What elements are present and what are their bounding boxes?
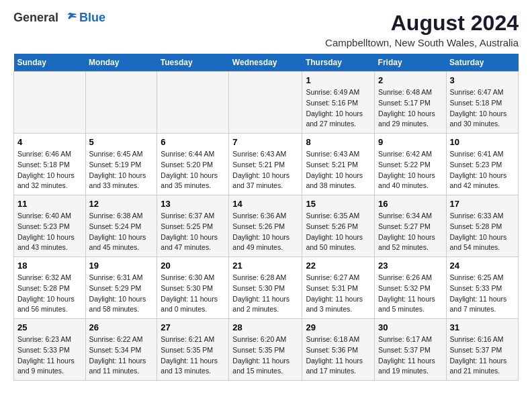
day-info: Sunrise: 6:41 AMSunset: 5:23 PMDaylight:… <box>450 149 515 191</box>
day-info: Sunrise: 6:18 AMSunset: 5:36 PMDaylight:… <box>306 334 371 377</box>
day-number: 10 <box>450 137 515 147</box>
calendar-cell: 25Sunrise: 6:23 AMSunset: 5:33 PMDayligh… <box>14 319 86 381</box>
day-info: Sunrise: 6:44 AMSunset: 5:20 PMDaylight:… <box>161 149 225 191</box>
day-info: Sunrise: 6:35 AMSunset: 5:26 PMDaylight:… <box>306 211 371 253</box>
day-number: 26 <box>89 322 154 332</box>
day-info: Sunrise: 6:34 AMSunset: 5:27 PMDaylight:… <box>378 211 442 253</box>
day-info: Sunrise: 6:32 AMSunset: 5:28 PMDaylight:… <box>17 273 82 315</box>
calendar-cell: 18Sunrise: 6:32 AMSunset: 5:28 PMDayligh… <box>14 257 86 319</box>
day-info: Sunrise: 6:22 AMSunset: 5:34 PMDaylight:… <box>89 334 154 377</box>
calendar-cell: 11Sunrise: 6:40 AMSunset: 5:23 PMDayligh… <box>14 195 86 257</box>
day-info: Sunrise: 6:47 AMSunset: 5:18 PMDaylight:… <box>450 87 515 130</box>
header-saturday: Saturday <box>446 54 519 72</box>
page-header: General Blue August 2024 Campbelltown, N… <box>13 11 519 48</box>
day-number: 6 <box>161 137 225 147</box>
day-number: 21 <box>232 261 298 271</box>
day-info: Sunrise: 6:17 AMSunset: 5:37 PMDaylight:… <box>378 334 442 377</box>
day-info: Sunrise: 6:31 AMSunset: 5:29 PMDaylight:… <box>89 273 154 315</box>
day-number: 12 <box>89 199 154 209</box>
day-number: 25 <box>17 322 82 332</box>
day-info: Sunrise: 6:16 AMSunset: 5:37 PMDaylight:… <box>450 334 515 377</box>
calendar-cell: 27Sunrise: 6:21 AMSunset: 5:35 PMDayligh… <box>157 319 229 381</box>
logo-line1: General <box>13 11 58 24</box>
header-wednesday: Wednesday <box>229 54 302 72</box>
day-number: 27 <box>161 322 225 332</box>
day-info: Sunrise: 6:27 AMSunset: 5:31 PMDaylight:… <box>306 273 371 315</box>
calendar-cell: 22Sunrise: 6:27 AMSunset: 5:31 PMDayligh… <box>302 257 375 319</box>
day-info: Sunrise: 6:49 AMSunset: 5:16 PMDaylight:… <box>306 87 371 130</box>
day-number: 28 <box>232 322 298 332</box>
day-number: 31 <box>450 322 515 332</box>
day-number: 14 <box>232 199 298 209</box>
logo-line2: Blue <box>79 11 105 25</box>
calendar-cell: 26Sunrise: 6:22 AMSunset: 5:34 PMDayligh… <box>85 319 157 381</box>
day-info: Sunrise: 6:30 AMSunset: 5:30 PMDaylight:… <box>161 273 225 315</box>
day-info: Sunrise: 6:37 AMSunset: 5:25 PMDaylight:… <box>161 211 225 253</box>
calendar-cell: 10Sunrise: 6:41 AMSunset: 5:23 PMDayligh… <box>446 134 519 195</box>
calendar-header: SundayMondayTuesdayWednesdayThursdayFrid… <box>14 54 519 72</box>
day-info: Sunrise: 6:40 AMSunset: 5:23 PMDaylight:… <box>17 211 82 253</box>
calendar-cell: 13Sunrise: 6:37 AMSunset: 5:25 PMDayligh… <box>157 195 229 257</box>
logo: General Blue <box>13 11 105 26</box>
day-number: 9 <box>378 137 442 147</box>
day-number: 23 <box>378 261 442 271</box>
calendar-cell: 8Sunrise: 6:43 AMSunset: 5:21 PMDaylight… <box>302 134 375 195</box>
day-info: Sunrise: 6:25 AMSunset: 5:33 PMDaylight:… <box>450 273 515 315</box>
week-row-1: 1Sunrise: 6:49 AMSunset: 5:16 PMDaylight… <box>14 72 519 134</box>
day-number: 13 <box>161 199 225 209</box>
day-info: Sunrise: 6:43 AMSunset: 5:21 PMDaylight:… <box>306 149 371 191</box>
week-row-5: 25Sunrise: 6:23 AMSunset: 5:33 PMDayligh… <box>14 319 519 381</box>
calendar-cell: 1Sunrise: 6:49 AMSunset: 5:16 PMDaylight… <box>302 72 375 134</box>
day-number: 3 <box>450 75 515 85</box>
calendar-cell: 21Sunrise: 6:28 AMSunset: 5:30 PMDayligh… <box>229 257 302 319</box>
day-number: 16 <box>378 199 442 209</box>
week-row-2: 4Sunrise: 6:46 AMSunset: 5:18 PMDaylight… <box>14 134 519 195</box>
day-info: Sunrise: 6:43 AMSunset: 5:21 PMDaylight:… <box>232 149 298 191</box>
day-number: 22 <box>306 261 371 271</box>
week-row-3: 11Sunrise: 6:40 AMSunset: 5:23 PMDayligh… <box>14 195 519 257</box>
day-number: 17 <box>450 199 515 209</box>
calendar-cell: 31Sunrise: 6:16 AMSunset: 5:37 PMDayligh… <box>446 319 519 381</box>
calendar-cell: 28Sunrise: 6:20 AMSunset: 5:35 PMDayligh… <box>229 319 302 381</box>
header-tuesday: Tuesday <box>157 54 229 72</box>
calendar-cell <box>85 72 157 134</box>
page-title: August 2024 <box>325 11 519 36</box>
calendar-cell: 2Sunrise: 6:48 AMSunset: 5:17 PMDaylight… <box>375 72 446 134</box>
calendar-cell <box>157 72 229 134</box>
calendar-cell: 29Sunrise: 6:18 AMSunset: 5:36 PMDayligh… <box>302 319 375 381</box>
calendar-body: 1Sunrise: 6:49 AMSunset: 5:16 PMDaylight… <box>14 72 519 381</box>
calendar-cell: 30Sunrise: 6:17 AMSunset: 5:37 PMDayligh… <box>375 319 446 381</box>
header-thursday: Thursday <box>302 54 375 72</box>
calendar-cell: 3Sunrise: 6:47 AMSunset: 5:18 PMDaylight… <box>446 72 519 134</box>
day-info: Sunrise: 6:45 AMSunset: 5:19 PMDaylight:… <box>89 149 154 191</box>
calendar-cell: 19Sunrise: 6:31 AMSunset: 5:29 PMDayligh… <box>85 257 157 319</box>
day-number: 2 <box>378 75 442 85</box>
calendar-cell: 4Sunrise: 6:46 AMSunset: 5:18 PMDaylight… <box>14 134 86 195</box>
day-info: Sunrise: 6:20 AMSunset: 5:35 PMDaylight:… <box>232 334 298 377</box>
calendar-cell: 9Sunrise: 6:42 AMSunset: 5:22 PMDaylight… <box>375 134 446 195</box>
day-info: Sunrise: 6:36 AMSunset: 5:26 PMDaylight:… <box>232 211 298 253</box>
header-friday: Friday <box>375 54 446 72</box>
day-number: 24 <box>450 261 515 271</box>
calendar-cell: 24Sunrise: 6:25 AMSunset: 5:33 PMDayligh… <box>446 257 519 319</box>
title-block: August 2024 Campbelltown, New South Wale… <box>325 11 519 48</box>
day-info: Sunrise: 6:33 AMSunset: 5:28 PMDaylight:… <box>450 211 515 253</box>
day-number: 29 <box>306 322 371 332</box>
day-info: Sunrise: 6:28 AMSunset: 5:30 PMDaylight:… <box>232 273 298 315</box>
day-number: 15 <box>306 199 371 209</box>
calendar-cell: 15Sunrise: 6:35 AMSunset: 5:26 PMDayligh… <box>302 195 375 257</box>
calendar-cell <box>229 72 302 134</box>
day-number: 7 <box>232 137 298 147</box>
day-info: Sunrise: 6:23 AMSunset: 5:33 PMDaylight:… <box>17 334 82 377</box>
calendar-cell <box>14 72 86 134</box>
day-number: 1 <box>306 75 371 85</box>
header-monday: Monday <box>85 54 157 72</box>
calendar-cell: 23Sunrise: 6:26 AMSunset: 5:32 PMDayligh… <box>375 257 446 319</box>
calendar-cell: 6Sunrise: 6:44 AMSunset: 5:20 PMDaylight… <box>157 134 229 195</box>
day-info: Sunrise: 6:42 AMSunset: 5:22 PMDaylight:… <box>378 149 442 191</box>
calendar-cell: 17Sunrise: 6:33 AMSunset: 5:28 PMDayligh… <box>446 195 519 257</box>
day-number: 4 <box>17 137 82 147</box>
page-subtitle: Campbelltown, New South Wales, Australia <box>325 37 519 48</box>
calendar-cell: 20Sunrise: 6:30 AMSunset: 5:30 PMDayligh… <box>157 257 229 319</box>
day-info: Sunrise: 6:21 AMSunset: 5:35 PMDaylight:… <box>161 334 225 377</box>
